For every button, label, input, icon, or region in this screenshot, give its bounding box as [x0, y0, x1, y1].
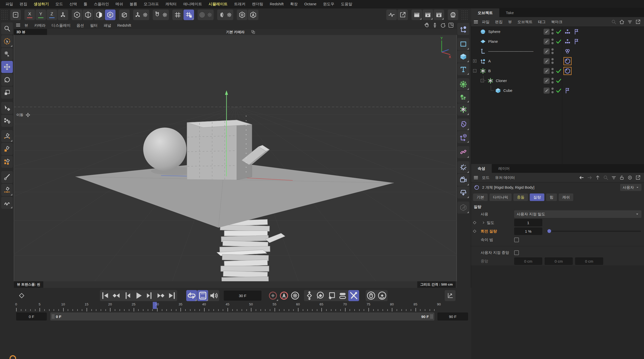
- edit-pencil-toggle[interactable]: [544, 68, 550, 74]
- chip-1[interactable]: 다이나믹: [489, 193, 512, 201]
- range-end-field[interactable]: 90 F: [437, 312, 468, 321]
- animation-curves-button[interactable]: [386, 10, 397, 20]
- range-slider[interactable]: 0 F 90 F: [50, 312, 434, 321]
- density-mode-dropdown[interactable]: 사용자 지정 밀도: [514, 210, 641, 218]
- enabled-check-icon[interactable]: [555, 68, 562, 74]
- filter-icon[interactable]: [611, 175, 617, 181]
- camera-object-button[interactable]: [457, 174, 469, 186]
- scale-tool-button[interactable]: [1, 87, 13, 99]
- collapse-minus-icon[interactable]: -: [481, 79, 484, 82]
- squares-tag[interactable]: [564, 28, 571, 35]
- freehand-spline-button[interactable]: [1, 197, 13, 209]
- menu-4[interactable]: 선택: [66, 0, 80, 8]
- custom-center-checkbox[interactable]: [514, 250, 519, 255]
- render-view-button[interactable]: [411, 10, 422, 20]
- enabled-check-icon[interactable]: [555, 87, 562, 94]
- points-mode-button[interactable]: [72, 10, 82, 20]
- menu-6[interactable]: 스플라인: [91, 0, 112, 8]
- om-menu-0[interactable]: 파일: [479, 17, 492, 26]
- viewport-menu-5[interactable]: 패널: [101, 22, 114, 29]
- lock-x-axis-button[interactable]: X: [24, 10, 35, 20]
- autokey-button[interactable]: [279, 290, 289, 301]
- search-icon[interactable]: [603, 175, 609, 181]
- collapse-minus-icon[interactable]: -: [473, 69, 476, 72]
- texture-mode-button[interactable]: [119, 10, 130, 20]
- visibility-dots[interactable]: [551, 88, 554, 93]
- range-right-grip[interactable]: [430, 314, 433, 319]
- stage-object-button[interactable]: [457, 186, 469, 198]
- object-name[interactable]: Plane: [488, 39, 498, 44]
- timeline-window-button[interactable]: [445, 290, 456, 301]
- edges-mode-button[interactable]: [83, 10, 93, 20]
- cube-primitive-button[interactable]: [457, 51, 469, 63]
- keying-settings-button[interactable]: [290, 290, 300, 301]
- key-parameter-button[interactable]: [337, 290, 348, 301]
- key-rotation-button[interactable]: [315, 290, 326, 301]
- attribute-manager-tab-1[interactable]: 레이어: [492, 164, 516, 173]
- enabled-check-icon[interactable]: [555, 38, 562, 45]
- maximize-view-icon[interactable]: [448, 22, 454, 28]
- simulation-scene-button[interactable]: [457, 131, 469, 143]
- menu-14[interactable]: 렌더링: [249, 0, 266, 8]
- goto-end-button[interactable]: [166, 290, 177, 301]
- search-commander-button[interactable]: [1, 22, 13, 34]
- attribute-manager-tab-0[interactable]: 속성: [471, 164, 492, 173]
- open-window-icon[interactable]: [635, 19, 641, 25]
- next-key-button[interactable]: [155, 290, 166, 301]
- menu-3[interactable]: 모드: [52, 0, 66, 8]
- cloner-obj-icon[interactable]: [487, 77, 494, 84]
- edit-render-settings-button[interactable]: [434, 10, 444, 20]
- target-mode-icon[interactable]: [627, 175, 633, 181]
- parent-up-icon[interactable]: [595, 175, 601, 181]
- flag-tag[interactable]: [573, 28, 580, 35]
- history-forward-icon[interactable]: [587, 175, 593, 181]
- volume-builder-button[interactable]: [457, 91, 469, 103]
- brush-tool-button[interactable]: [1, 171, 13, 183]
- orbit-rotate-icon[interactable]: [440, 22, 446, 28]
- object-name[interactable]: ------------------------------------: [488, 49, 534, 53]
- object-row-Plane[interactable]: Plane: [471, 36, 644, 46]
- enabled-check-icon[interactable]: [555, 77, 562, 84]
- visibility-dots[interactable]: [551, 38, 554, 44]
- home-icon[interactable]: [619, 19, 625, 25]
- object-row-Cube[interactable]: Cube: [471, 86, 644, 95]
- null-object-button[interactable]: [457, 23, 469, 35]
- symmetry-button[interactable]: [217, 10, 233, 20]
- rotation-mass-slider[interactable]: [547, 231, 641, 232]
- user-mode-dropdown[interactable]: 사용자: [620, 184, 641, 191]
- hamburger-icon[interactable]: [473, 19, 479, 25]
- viewport-camera-label[interactable]: 기본 카메라: [14, 29, 457, 35]
- goto-start-button[interactable]: [100, 290, 111, 301]
- chip-2[interactable]: 충돌: [513, 193, 528, 201]
- slider-knob[interactable]: [547, 229, 551, 233]
- snap-magnet-button[interactable]: [153, 10, 169, 20]
- camera-toggle-icon[interactable]: [251, 30, 255, 34]
- rotation-mass-field[interactable]: 1 %: [514, 227, 542, 235]
- hamburger-icon[interactable]: [473, 175, 479, 180]
- menu-12[interactable]: 시뮬레이트: [206, 0, 231, 8]
- light-object-button[interactable]: [457, 161, 469, 173]
- render-picture-viewer-button[interactable]: [423, 10, 433, 20]
- edit-pencil-toggle[interactable]: [544, 88, 550, 94]
- squares-tag[interactable]: [564, 38, 571, 45]
- edit-pencil-toggle[interactable]: [544, 58, 550, 64]
- lock-y-axis-button[interactable]: Y: [35, 10, 46, 20]
- primitive-pen-button[interactable]: [1, 143, 13, 155]
- menu-5[interactable]: 툴: [81, 0, 90, 8]
- enabled-empty[interactable]: [555, 58, 562, 64]
- transform-tool-button[interactable]: [1, 102, 13, 114]
- hollow-checkbox[interactable]: [514, 237, 519, 242]
- menu-18[interactable]: 윈도우: [320, 0, 337, 8]
- flag-tag[interactable]: [573, 38, 580, 45]
- circle-tag[interactable]: [564, 67, 571, 74]
- visibility-dots[interactable]: [551, 29, 554, 34]
- am-menu-0[interactable]: 모드: [479, 173, 492, 182]
- next-frame-button[interactable]: [144, 290, 155, 301]
- keyframe-selection-button[interactable]: [16, 290, 27, 301]
- object-row-Sphere[interactable]: Sphere: [471, 27, 644, 36]
- keyframe-diamond-icon[interactable]: [473, 229, 477, 233]
- object-name[interactable]: Cube: [503, 88, 512, 93]
- object-name[interactable]: Cloner: [496, 78, 507, 83]
- history-panel-button[interactable]: [10, 10, 21, 20]
- world-coordinates-button[interactable]: [58, 10, 68, 20]
